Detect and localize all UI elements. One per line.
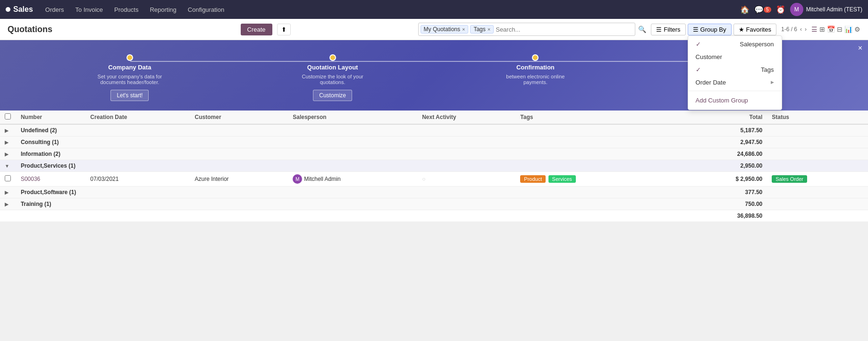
create-button[interactable]: Create <box>241 24 272 35</box>
grand-total-spacer <box>767 210 868 222</box>
next-page-icon[interactable]: › <box>805 26 807 33</box>
col-total[interactable]: Total <box>685 111 767 124</box>
col-spacer <box>664 111 685 124</box>
nav-orders[interactable]: Orders <box>41 4 69 15</box>
group-row-undefined[interactable]: ▶ Undefined (2) 5,187.50 <box>0 124 868 136</box>
salesperson-avatar: M <box>293 174 302 184</box>
quotations-table-area: Number Creation Date Customer Salesperso… <box>0 111 868 222</box>
group-by-order-date[interactable]: Order Date <box>688 76 782 89</box>
row-checkbox-cell[interactable] <box>0 172 16 187</box>
group-total-product-software: 377.50 <box>685 187 767 198</box>
nav-configuration[interactable]: Configuration <box>183 4 229 15</box>
col-creation-date[interactable]: Creation Date <box>85 111 190 124</box>
user-avatar[interactable]: M Mitchell Admin (TEST) <box>790 3 862 16</box>
row-spacer <box>664 172 685 187</box>
col-number[interactable]: Number <box>16 111 85 124</box>
select-all-checkbox[interactable] <box>5 113 11 119</box>
col-next-activity[interactable]: Next Activity <box>417 111 515 124</box>
search-input[interactable] <box>496 26 633 33</box>
group-by-salesperson[interactable]: Salesperson <box>688 38 782 51</box>
star-icon: ★ <box>739 26 744 33</box>
col-salesperson[interactable]: Salesperson <box>288 111 417 124</box>
group-total-training: 750.00 <box>685 198 767 210</box>
settings-icon[interactable]: ⚙ <box>854 26 860 33</box>
brand-dot <box>6 7 10 12</box>
home-icon[interactable]: 🏠 <box>740 5 750 14</box>
pagination-text: 1-6 / 6 <box>781 26 797 33</box>
group-total-product-services: 2,950.00 <box>685 160 767 172</box>
graph-view-icon[interactable]: 📊 <box>844 26 852 33</box>
group-total-information: 24,686.00 <box>685 148 767 160</box>
grand-total-label <box>0 210 685 222</box>
group-by-tags[interactable]: Tags <box>688 63 782 76</box>
group-label-undefined: Undefined (2) <box>16 124 685 136</box>
step-desc-2: Customize the look of your quotations. <box>295 74 371 85</box>
step-desc-1: Set your company's data for documents he… <box>92 74 168 85</box>
row-customer: Azure Interior <box>190 172 288 187</box>
group-row-product-services[interactable]: ▼ Product,Services (1) 2,950.00 <box>0 160 868 172</box>
nav-to-invoice[interactable]: To Invoice <box>71 4 108 15</box>
step-dot-1 <box>126 54 133 61</box>
filters-button[interactable]: ☰ Filters <box>651 24 685 35</box>
pivot-view-icon[interactable]: ⊟ <box>837 26 843 33</box>
group-expand-information[interactable]: ▶ <box>0 148 16 160</box>
group-by-button[interactable]: ☰ Group By <box>688 24 732 35</box>
filter-buttons: ☰ Filters ☰ Group By Salesperson Custome… <box>651 24 776 35</box>
top-navigation: Sales Orders To Invoice Products Reporti… <box>0 0 868 19</box>
search-button[interactable]: 🔍 <box>638 26 646 33</box>
group-by-customer[interactable]: Customer <box>688 51 782 63</box>
group-label-product-services: Product,Services (1) <box>16 160 685 172</box>
brand-logo[interactable]: Sales <box>6 5 33 14</box>
group-expand-product-services[interactable]: ▼ <box>0 160 16 172</box>
row-checkbox[interactable] <box>5 175 11 181</box>
search-tag-label2: Tags <box>473 26 485 33</box>
add-custom-group-button[interactable]: Add Custom Group <box>688 93 782 108</box>
group-status-consulting <box>767 136 868 148</box>
group-row-information[interactable]: ▶ Information (2) 24,686.00 <box>0 148 868 160</box>
select-all-header[interactable] <box>0 111 16 124</box>
nav-reporting[interactable]: Reporting <box>145 4 181 15</box>
page-header: Quotations Create ⬆ My Quotations × Tags… <box>0 19 868 40</box>
chat-icon[interactable]: 💬5 <box>754 5 771 14</box>
step-desc-3: between electronic online payments. <box>497 74 573 85</box>
group-expand-undefined[interactable]: ▶ <box>0 124 16 136</box>
calendar-view-icon[interactable]: 📅 <box>827 26 835 33</box>
upload-button[interactable]: ⬆ <box>277 24 291 35</box>
search-area: My Quotations × Tags × 🔍 <box>418 23 647 36</box>
status-badge: Sales Order <box>772 175 807 183</box>
chat-badge: 5 <box>764 7 771 13</box>
group-expand-training[interactable]: ▶ <box>0 198 16 210</box>
remove-tag1[interactable]: × <box>462 26 465 32</box>
nav-products[interactable]: Products <box>110 4 143 15</box>
group-by-icon: ☰ <box>693 26 699 33</box>
step-title-2: Quotation Layout <box>307 64 358 71</box>
group-status-product-services <box>767 160 868 172</box>
favorites-button[interactable]: ★ Favorites <box>733 24 776 35</box>
group-row-product-software[interactable]: ▶ Product,Software (1) 377.50 <box>0 187 868 198</box>
dropdown-divider <box>688 91 782 91</box>
view-icons: ☰ ⊞ 📅 ⊟ 📊 ⚙ <box>811 26 860 33</box>
step-btn-1[interactable]: Let's start! <box>110 90 149 101</box>
avatar-circle: M <box>790 3 803 16</box>
group-expand-product-software[interactable]: ▶ <box>0 187 16 198</box>
list-view-icon[interactable]: ☰ <box>811 26 817 33</box>
prev-page-icon[interactable]: ‹ <box>800 26 802 33</box>
remove-tag2[interactable]: × <box>488 26 490 32</box>
col-status[interactable]: Status <box>767 111 868 124</box>
group-label-product-software: Product,Software (1) <box>16 187 685 198</box>
step-dot-2 <box>329 54 336 61</box>
row-number[interactable]: S00036 <box>16 172 85 187</box>
group-expand-consulting[interactable]: ▶ <box>0 136 16 148</box>
step-btn-2[interactable]: Customize <box>313 90 352 101</box>
table-row[interactable]: S00036 07/03/2021 Azure Interior M Mitch… <box>0 172 868 187</box>
activity-icon[interactable]: ⏰ <box>776 5 785 14</box>
col-customer[interactable]: Customer <box>190 111 288 124</box>
group-row-consulting[interactable]: ▶ Consulting (1) 2,947.50 <box>0 136 868 148</box>
col-tags[interactable]: Tags <box>515 111 664 124</box>
group-row-training[interactable]: ▶ Training (1) 750.00 <box>0 198 868 210</box>
kanban-view-icon[interactable]: ⊞ <box>819 26 825 33</box>
favorites-label: Favorites <box>746 26 771 33</box>
filters-label: Filters <box>664 26 680 33</box>
page-title: Quotations <box>8 25 236 34</box>
banner-step-layout: Quotation Layout Customize the look of y… <box>231 54 434 101</box>
